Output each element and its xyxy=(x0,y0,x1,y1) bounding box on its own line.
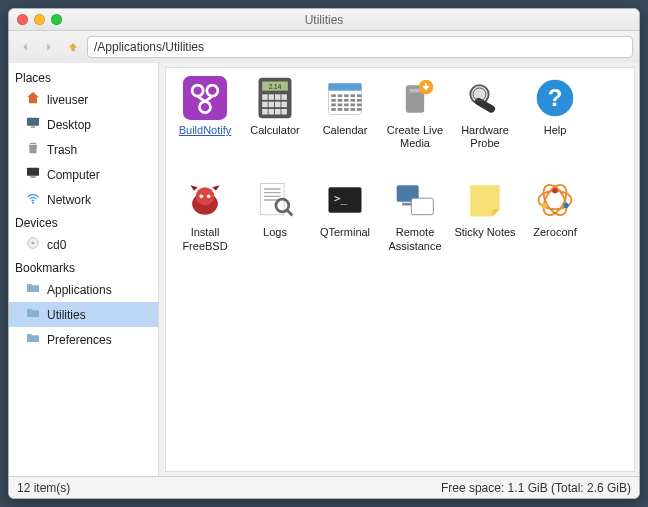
arrow-right-icon xyxy=(42,40,56,54)
zeroconf-icon xyxy=(531,176,579,224)
svg-rect-28 xyxy=(331,94,336,97)
item-sticky[interactable]: Sticky Notes xyxy=(452,176,518,252)
svg-rect-41 xyxy=(351,104,356,107)
svg-text:?: ? xyxy=(548,84,563,111)
probe-icon xyxy=(461,74,509,122)
arrow-up-icon xyxy=(66,40,80,54)
sidebar-item-label: liveuser xyxy=(47,93,88,107)
sidebar-item-trash[interactable]: Trash xyxy=(9,137,158,162)
item-installbsd[interactable]: Install FreeBSD xyxy=(172,176,238,252)
item-label: Hardware Probe xyxy=(452,124,518,150)
minimize-icon[interactable] xyxy=(34,14,45,25)
terminal-icon: >_ xyxy=(321,176,369,224)
svg-rect-43 xyxy=(331,108,336,111)
home-icon xyxy=(25,90,41,109)
maximize-icon[interactable] xyxy=(51,14,62,25)
svg-rect-0 xyxy=(27,118,39,126)
svg-rect-3 xyxy=(30,176,35,177)
svg-rect-2 xyxy=(27,168,39,176)
item-buildnotify[interactable]: BuildNotify xyxy=(172,74,238,150)
buildnotify-icon xyxy=(181,74,229,122)
item-label: QTerminal xyxy=(320,226,370,239)
back-button[interactable] xyxy=(15,37,35,57)
disc-icon xyxy=(25,235,41,254)
item-label: Install FreeBSD xyxy=(172,226,238,252)
item-remote[interactable]: Remote Assistance xyxy=(382,176,448,252)
svg-rect-29 xyxy=(338,94,343,97)
svg-rect-34 xyxy=(338,99,343,102)
svg-point-76 xyxy=(563,203,569,209)
sidebar-item-label: Desktop xyxy=(47,118,91,132)
item-label: BuildNotify xyxy=(179,124,232,137)
svg-rect-36 xyxy=(351,99,356,102)
sidebar-item-label: Computer xyxy=(47,168,100,182)
item-label: Logs xyxy=(263,226,287,239)
svg-rect-70 xyxy=(411,199,433,216)
svg-rect-27 xyxy=(329,83,362,90)
item-label: Remote Assistance xyxy=(382,226,448,252)
sidebar-item-liveuser[interactable]: liveuser xyxy=(9,87,158,112)
item-zeroconf[interactable]: Zeroconf xyxy=(522,176,588,252)
svg-point-4 xyxy=(32,202,34,204)
svg-rect-37 xyxy=(357,99,362,102)
item-terminal[interactable]: >_QTerminal xyxy=(312,176,378,252)
trash-icon xyxy=(25,140,41,159)
svg-rect-30 xyxy=(344,94,349,97)
svg-rect-44 xyxy=(338,108,343,111)
svg-rect-32 xyxy=(357,94,362,97)
sidebar-item-cd0[interactable]: cd0 xyxy=(9,232,158,257)
item-label: Zeroconf xyxy=(533,226,576,239)
item-probe[interactable]: Hardware Probe xyxy=(452,74,518,150)
folder-icon xyxy=(25,305,41,324)
section-bookmarks: Bookmarks xyxy=(9,257,158,277)
up-button[interactable] xyxy=(63,37,83,57)
svg-rect-23 xyxy=(269,109,275,115)
sidebar-item-computer[interactable]: Computer xyxy=(9,162,158,187)
svg-rect-42 xyxy=(357,104,362,107)
item-createmedia[interactable]: Create Live Media xyxy=(382,74,448,150)
item-label: Calculator xyxy=(250,124,300,137)
item-calculator[interactable]: 2.14Calculator xyxy=(242,74,308,150)
section-devices: Devices xyxy=(9,212,158,232)
svg-point-59 xyxy=(207,195,211,199)
svg-rect-15 xyxy=(269,94,275,100)
svg-rect-71 xyxy=(402,203,411,206)
svg-point-57 xyxy=(196,188,214,206)
sidebar-item-utilities[interactable]: Utilities xyxy=(9,302,158,327)
svg-rect-31 xyxy=(351,94,356,97)
item-help[interactable]: ?Help xyxy=(522,74,588,150)
sidebar-item-applications[interactable]: Applications xyxy=(9,277,158,302)
svg-rect-20 xyxy=(275,102,281,108)
path-input[interactable]: /Applications/Utilities xyxy=(87,36,633,58)
svg-rect-24 xyxy=(275,109,281,115)
svg-point-75 xyxy=(552,188,558,194)
svg-line-66 xyxy=(287,210,293,216)
close-icon[interactable] xyxy=(17,14,28,25)
forward-button[interactable] xyxy=(39,37,59,57)
statusbar: 12 item(s) Free space: 1.1 GiB (Total: 2… xyxy=(9,476,639,498)
sidebar-item-network[interactable]: Network xyxy=(9,187,158,212)
sidebar-item-preferences[interactable]: Preferences xyxy=(9,327,158,352)
item-label: Create Live Media xyxy=(382,124,448,150)
svg-rect-22 xyxy=(262,109,268,115)
content-area[interactable]: BuildNotify2.14CalculatorCalendarCreate … xyxy=(165,67,635,472)
item-calendar[interactable]: Calendar xyxy=(312,74,378,150)
titlebar[interactable]: Utilities xyxy=(9,9,639,31)
section-places: Places xyxy=(9,67,158,87)
svg-rect-25 xyxy=(281,109,287,115)
sidebar-item-label: Network xyxy=(47,193,91,207)
svg-rect-40 xyxy=(344,104,349,107)
svg-rect-49 xyxy=(410,89,421,93)
installbsd-icon xyxy=(181,176,229,224)
arrow-left-icon xyxy=(18,40,32,54)
svg-rect-21 xyxy=(281,102,287,108)
svg-rect-19 xyxy=(269,102,275,108)
item-label: Help xyxy=(544,124,567,137)
item-logs[interactable]: Logs xyxy=(242,176,308,252)
sidebar-item-desktop[interactable]: Desktop xyxy=(9,112,158,137)
svg-rect-47 xyxy=(357,108,362,111)
sidebar-item-label: Trash xyxy=(47,143,77,157)
path-text: /Applications/Utilities xyxy=(94,40,204,54)
svg-rect-14 xyxy=(262,94,268,100)
folder-icon xyxy=(25,330,41,349)
